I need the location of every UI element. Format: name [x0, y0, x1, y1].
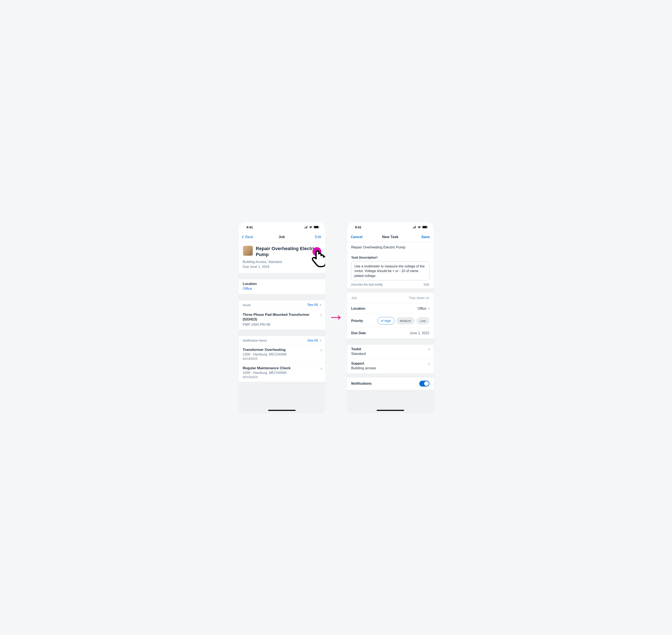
- job-due: Due June 1, 2024: [243, 264, 321, 269]
- notifications-see-all[interactable]: See All: [307, 338, 318, 343]
- toolkit-label: Tookit: [351, 347, 366, 351]
- priority-row: Priority High Medium Low: [347, 314, 434, 328]
- job-row[interactable]: Job Tree down on: [347, 293, 434, 303]
- status-icons: [412, 226, 428, 228]
- job-label: Job: [351, 296, 357, 300]
- due-date-label: Due Date: [351, 331, 366, 335]
- notification-date: 02/14/2023: [243, 357, 287, 360]
- asset-section-header: Asset See All: [239, 300, 325, 309]
- priority-label: Priority: [351, 319, 363, 323]
- support-row[interactable]: Support Building access: [347, 359, 434, 373]
- svg-rect-2: [319, 227, 319, 227]
- job-thumbnail-icon: [243, 246, 253, 256]
- notification-date: 02/14/2023: [243, 375, 291, 379]
- asset-name: Three Phase Pad Mounted Transformer (533…: [243, 312, 319, 322]
- chevron-right-icon: [319, 304, 321, 306]
- asset-header-label: Asset: [243, 303, 251, 307]
- svg-rect-4: [423, 226, 427, 228]
- location-label: Location: [243, 282, 321, 286]
- notification-item[interactable]: Transformer Overheating 1000 - Hamburg, …: [239, 345, 325, 364]
- asset-code: PMP-1000-PRI-98: [243, 323, 319, 327]
- task-description-input[interactable]: [351, 261, 429, 280]
- job-header: Repair Overheating Electric Pump Buildin…: [239, 242, 325, 273]
- notification-sub: 1000 - Hamburg, MECHANIK: [243, 353, 287, 356]
- status-icons: [304, 226, 319, 228]
- notifications-header-label: Notification Items: [243, 338, 267, 342]
- home-indicator: [268, 410, 296, 411]
- status-time: 9:41: [355, 225, 361, 229]
- chevron-right-icon: [320, 367, 322, 370]
- check-icon: [381, 319, 383, 322]
- chevron-right-icon: [320, 349, 322, 351]
- toolkit-row[interactable]: Tookit Standard: [347, 345, 434, 359]
- notifications-label: Notifications: [351, 382, 372, 386]
- due-date-value: June 1, 2022: [410, 331, 429, 335]
- asset-row[interactable]: Three Phase Pad Mounted Transformer (533…: [239, 309, 325, 330]
- svg-rect-1: [314, 226, 318, 228]
- priority-segmented: High Medium Low: [378, 317, 429, 325]
- save-button[interactable]: Save: [421, 235, 430, 239]
- chevron-right-icon: [319, 339, 321, 342]
- notification-sub: 1000 - Hamburg, MECHANIK: [243, 371, 291, 375]
- nav-title: Job: [278, 235, 285, 239]
- job-value: Tree down on: [409, 296, 429, 300]
- support-value: Building access: [351, 366, 376, 370]
- phone-new-task: 9:41 Cancel New Task Save Repair Overhea…: [347, 222, 434, 413]
- notifications-row: Notifications: [347, 377, 434, 390]
- nav-bar: Back Job Edit: [239, 232, 325, 242]
- task-description-block: Task Description* Describe the task brie…: [347, 253, 434, 289]
- asset-see-all[interactable]: See All: [307, 303, 318, 307]
- nav-title: New Task: [382, 235, 398, 239]
- phone-job-detail: 9:41 Back Job Edit Repair Overheating El…: [239, 222, 325, 413]
- chevron-right-icon: [320, 314, 322, 316]
- home-indicator: [377, 410, 404, 411]
- chevron-right-icon: [427, 363, 430, 365]
- support-label: Support: [351, 362, 376, 366]
- task-title: Repair Overheating Electric Pump: [347, 242, 434, 253]
- location-value: Office: [418, 307, 426, 310]
- job-title: Repair Overheating Electric Pump: [256, 246, 321, 257]
- job-tags: Building Access, Standard: [243, 259, 321, 264]
- notifications-section-header: Notification Items See All: [239, 336, 325, 345]
- notifications-toggle[interactable]: [419, 381, 429, 387]
- priority-medium-button[interactable]: Medium: [396, 317, 415, 325]
- task-description-label: Task Description*: [351, 256, 429, 259]
- priority-low-button[interactable]: Low: [416, 317, 429, 325]
- cancel-button[interactable]: Cancel: [351, 235, 363, 239]
- task-description-helper: Describe the task briefly: [351, 283, 383, 286]
- due-date-row[interactable]: Due Date June 1, 2022: [347, 328, 434, 338]
- status-bar: 9:41: [347, 222, 434, 232]
- location-row[interactable]: Location Office: [347, 303, 434, 314]
- notification-item[interactable]: Regular Maintenance Check 1000 - Hamburg…: [239, 364, 325, 382]
- chevron-right-icon: [427, 307, 430, 310]
- chevron-right-icon: [427, 348, 430, 350]
- task-description-counter: 5/30: [424, 283, 429, 286]
- status-bar: 9:41: [239, 222, 325, 232]
- priority-high-button[interactable]: High: [378, 317, 395, 325]
- back-button[interactable]: Back: [245, 235, 253, 239]
- toolkit-value: Standard: [351, 352, 366, 356]
- nav-bar: Cancel New Task Save: [347, 232, 434, 242]
- location-block[interactable]: Location Office: [239, 279, 325, 294]
- notification-title: Transformer Overheating: [243, 348, 287, 352]
- notification-title: Regular Maintenance Check: [243, 366, 291, 370]
- edit-button[interactable]: Edit: [315, 235, 321, 239]
- chevron-left-icon: [242, 235, 245, 238]
- svg-rect-5: [427, 227, 428, 227]
- status-time: 9:41: [247, 225, 253, 229]
- location-value[interactable]: Office: [243, 287, 321, 291]
- location-label: Location: [351, 307, 365, 310]
- transition-arrow-icon: [331, 315, 341, 320]
